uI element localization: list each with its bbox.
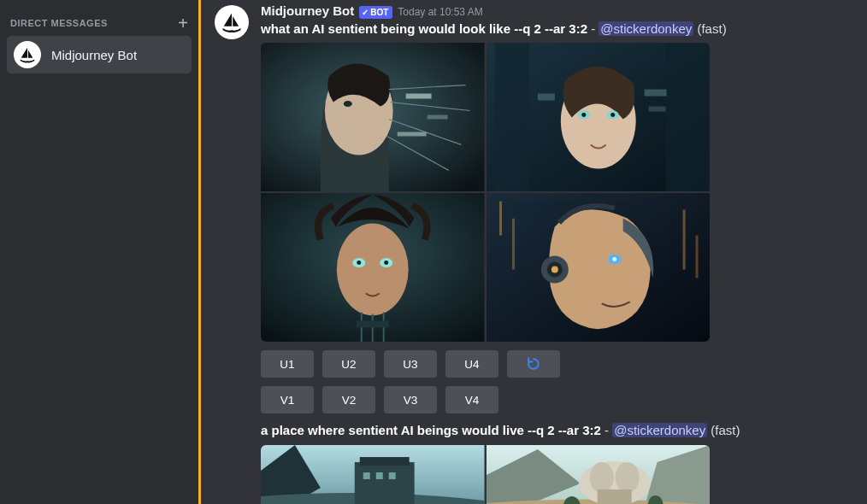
variation-button-row: V1 V2 V3 V4 xyxy=(261,386,853,413)
image-cell-1[interactable] xyxy=(261,445,485,505)
u1-button[interactable]: U1 xyxy=(261,350,314,378)
separator-dash: - xyxy=(605,423,612,437)
dm-sidebar: DIRECT MESSAGES + Midjourney Bot xyxy=(0,0,198,504)
refresh-icon xyxy=(525,355,542,372)
user-mention[interactable]: @stickerdonkey xyxy=(599,21,693,36)
image-cell-1[interactable] xyxy=(261,43,485,191)
svg-point-21 xyxy=(357,261,361,265)
svg-rect-16 xyxy=(648,107,665,112)
svg-point-5 xyxy=(344,101,352,107)
svg-rect-23 xyxy=(357,321,389,328)
sailboat-icon xyxy=(18,45,37,64)
create-dm-plus-icon[interactable]: + xyxy=(178,17,188,29)
svg-rect-7 xyxy=(494,43,528,191)
svg-point-33 xyxy=(551,267,557,273)
svg-point-18 xyxy=(337,224,409,316)
svg-rect-25 xyxy=(498,202,501,236)
reroll-button[interactable] xyxy=(507,350,560,378)
dm-item-label: Midjourney Bot xyxy=(51,48,137,62)
u3-button[interactable]: U3 xyxy=(384,350,437,378)
image-cell-2[interactable] xyxy=(487,43,711,191)
svg-rect-35 xyxy=(355,462,415,504)
separator-dash: - xyxy=(591,21,599,36)
message-body: Midjourney Bot ✓ BOT Today at 10:53 AM w… xyxy=(261,3,853,504)
author-avatar[interactable] xyxy=(215,5,249,39)
svg-rect-26 xyxy=(511,219,514,270)
render-mode: (fast) xyxy=(711,423,740,437)
message: Midjourney Bot ✓ BOT Today at 10:53 AM w… xyxy=(215,3,853,504)
v3-button[interactable]: V3 xyxy=(384,386,437,413)
prompt-text: a place where sentient AI beings would l… xyxy=(261,423,601,437)
chat-area: Midjourney Bot ✓ BOT Today at 10:53 AM w… xyxy=(201,0,867,504)
prompt-line: a place where sentient AI beings would l… xyxy=(261,422,853,439)
svg-rect-3 xyxy=(428,115,448,120)
dm-avatar xyxy=(14,41,41,68)
generated-image-grid[interactable] xyxy=(261,445,710,505)
svg-point-30 xyxy=(612,257,616,261)
svg-point-12 xyxy=(581,113,586,117)
image-cell-3[interactable] xyxy=(261,193,485,342)
u4-button[interactable]: U4 xyxy=(445,350,498,378)
message-timestamp: Today at 10:53 AM xyxy=(398,6,482,18)
v1-button[interactable]: V1 xyxy=(261,386,314,413)
user-mention[interactable]: @stickerdonkey xyxy=(612,423,707,437)
svg-rect-14 xyxy=(537,94,554,101)
image-cell-2[interactable] xyxy=(487,445,711,505)
svg-point-42 xyxy=(589,462,613,493)
prompt-line: what an AI sentient being would look lik… xyxy=(261,21,853,38)
svg-rect-15 xyxy=(644,90,666,97)
svg-point-43 xyxy=(615,462,639,493)
svg-point-22 xyxy=(384,261,388,265)
dm-header-label: DIRECT MESSAGES xyxy=(10,18,108,28)
u2-button[interactable]: U2 xyxy=(322,350,375,378)
image-cell-4[interactable] xyxy=(487,193,711,342)
author-name[interactable]: Midjourney Bot xyxy=(261,3,354,18)
svg-rect-27 xyxy=(682,210,685,270)
dm-item-midjourney[interactable]: Midjourney Bot xyxy=(7,36,192,73)
svg-rect-38 xyxy=(376,472,383,479)
svg-rect-2 xyxy=(406,94,432,99)
message-header: Midjourney Bot ✓ BOT Today at 10:53 AM xyxy=(261,3,853,19)
render-mode: (fast) xyxy=(697,21,726,36)
svg-rect-44 xyxy=(597,489,631,504)
dm-header: DIRECT MESSAGES + xyxy=(0,7,198,34)
svg-rect-28 xyxy=(695,236,698,278)
sailboat-icon xyxy=(220,10,244,34)
svg-rect-39 xyxy=(389,472,396,479)
svg-rect-4 xyxy=(398,132,427,137)
svg-rect-36 xyxy=(360,457,410,466)
svg-rect-8 xyxy=(665,43,710,191)
upscale-button-row: U1 U2 U3 U4 xyxy=(261,350,853,378)
bot-tag: ✓ BOT xyxy=(359,6,392,19)
bot-tag-label: BOT xyxy=(370,7,388,18)
generated-image-grid[interactable] xyxy=(261,43,710,342)
svg-rect-37 xyxy=(363,472,370,479)
v2-button[interactable]: V2 xyxy=(322,386,375,413)
verified-check-icon: ✓ xyxy=(362,7,369,18)
v4-button[interactable]: V4 xyxy=(445,386,498,413)
prompt-text: what an AI sentient being would look lik… xyxy=(261,21,587,36)
svg-point-13 xyxy=(610,113,615,117)
